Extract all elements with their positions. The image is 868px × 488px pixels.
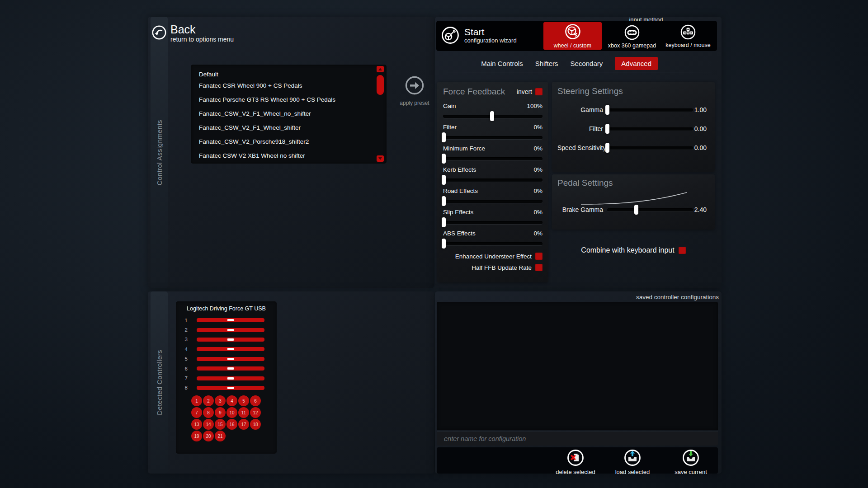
slider-track[interactable]: [607, 108, 693, 112]
controller-card: Logitech Driving Force GT USB 12345678 1…: [176, 301, 277, 454]
slider-thumb[interactable]: [442, 196, 446, 206]
controller-button-19: 19: [191, 431, 202, 441]
delete-selected-button[interactable]: delete selected: [548, 449, 603, 475]
slider-thumb[interactable]: [442, 154, 446, 164]
back-button[interactable]: Back return to options menu: [151, 23, 234, 43]
arrow-keys-icon: [679, 23, 697, 41]
slider-track[interactable]: [443, 178, 542, 182]
checkbox[interactable]: [535, 264, 542, 271]
slider-label: Filter: [557, 125, 607, 132]
slider-thumb[interactable]: [605, 143, 609, 153]
axis-number: 4: [176, 347, 188, 352]
slider-thumb[interactable]: [490, 111, 494, 121]
preset-item[interactable]: Fanatec_CSW_V2_Porsche918_shifter2: [191, 135, 387, 149]
axis-row-8: 8: [176, 383, 277, 393]
combine-keyboard-checkbox[interactable]: [679, 247, 686, 254]
axis-position-marker: [227, 319, 234, 321]
checkbox[interactable]: [535, 253, 542, 260]
invert-label: invert: [517, 88, 532, 95]
triangle-down-icon: [378, 157, 382, 160]
slider-thumb[interactable]: [605, 105, 609, 115]
slider-thumb[interactable]: [442, 132, 446, 142]
input-method-keyboard-label: keyboard / mouse: [663, 42, 713, 48]
slider-track[interactable]: [607, 127, 693, 131]
slider-gain: Gain100%: [443, 103, 542, 118]
tab-main-controls[interactable]: Main Controls: [481, 60, 523, 67]
axis-bar: [197, 366, 264, 371]
axis-number: 1: [176, 318, 188, 323]
axis-number: 8: [176, 385, 188, 390]
axis-number: 6: [176, 366, 188, 371]
tab-advanced[interactable]: Advanced: [615, 57, 658, 70]
save-current-label: save current: [664, 469, 718, 475]
preset-item[interactable]: Default: [191, 65, 387, 79]
controller-button-2: 2: [203, 395, 214, 406]
slider-value: 2.40: [693, 206, 707, 213]
input-method-wheel-custom[interactable]: wheel / custom: [543, 22, 602, 50]
slider-filter: Filter0%: [443, 124, 542, 139]
controls-screen: Control Assignments Back return to optio…: [0, 0, 868, 488]
axis-row-7: 7: [176, 373, 277, 383]
input-method-keyboard-mouse[interactable]: keyboard / mouse: [663, 22, 713, 50]
slider-thumb[interactable]: [442, 175, 446, 185]
force-feedback-panel: Force Feedback invert Gain100%Filter0%Mi…: [437, 82, 548, 282]
input-method-xbox-gamepad[interactable]: xbox 360 gamepad: [607, 22, 657, 50]
saved-configs-list[interactable]: [437, 302, 718, 430]
start-wizard-button[interactable]: Start configuration wizard: [441, 26, 517, 45]
scrollbar-thumb[interactable]: [377, 75, 384, 95]
load-selected-button[interactable]: load selected: [605, 449, 660, 475]
preset-item[interactable]: Fanatec CSR Wheel 900 + CS Pedals: [191, 79, 387, 93]
axis-row-5: 5: [176, 354, 277, 364]
config-name-input[interactable]: enter name for configuration: [437, 432, 718, 446]
preset-item[interactable]: Fanatec Porsche GT3 RS Wheel 900 + CS Pe…: [191, 93, 387, 107]
slider-track[interactable]: [443, 136, 542, 139]
save-tray-icon: [682, 449, 700, 467]
slider-thumb[interactable]: [442, 239, 446, 249]
checkbox-label: Enhanced Understeer Effect: [455, 253, 532, 260]
scroll-up-button[interactable]: [377, 66, 384, 72]
slider-brake-gamma: Brake Gamma2.40: [557, 206, 707, 213]
input-method-wheel-label: wheel / custom: [543, 42, 602, 49]
preset-item[interactable]: Fanatec CSW V2 XB1 Wheel no shifter: [191, 149, 387, 163]
slider-thumb[interactable]: [605, 124, 609, 134]
slider-thumb[interactable]: [634, 205, 638, 215]
axis-row-6: 6: [176, 364, 277, 373]
tab-control-assignments[interactable]: Control Assignments: [151, 17, 168, 288]
slider-thumb[interactable]: [442, 217, 446, 227]
tab-control-assignments-label: Control Assignments: [156, 120, 163, 185]
checkbox-label: Half FFB Update Rate: [472, 264, 532, 271]
slider-track[interactable]: [443, 157, 542, 160]
slider-track[interactable]: [443, 200, 542, 203]
slider-value: 0%: [533, 145, 542, 154]
settings-tabs: Main ControlsShiftersSecondaryAdvanced: [435, 55, 722, 72]
save-current-button[interactable]: save current: [664, 449, 718, 475]
pedal-settings-panel: Pedal Settings Brake Gamma2.40: [552, 174, 715, 230]
scroll-down-button[interactable]: [377, 155, 384, 162]
preset-item[interactable]: Fanatec_CSW_V2_F1_Wheel_no_shifter: [191, 107, 387, 121]
invert-checkbox[interactable]: [535, 88, 542, 95]
slider-track[interactable]: [607, 146, 693, 150]
delete-document-icon: [566, 449, 585, 467]
tab-secondary[interactable]: Secondary: [571, 60, 603, 67]
axis-number: 7: [176, 375, 188, 381]
slider-track[interactable]: [443, 115, 542, 118]
slider-filter: Filter0.00: [557, 125, 707, 132]
tab-shifters[interactable]: Shifters: [535, 60, 558, 67]
controller-button-15: 15: [215, 419, 226, 430]
slider-track[interactable]: [443, 242, 542, 245]
apply-preset-button[interactable]: apply preset: [394, 75, 435, 106]
tab-detected-controllers[interactable]: Detected Controllers: [151, 291, 168, 474]
preset-item[interactable]: Fanatec_CSW_V2_F1_Wheel_shifter: [191, 121, 387, 135]
config-name-placeholder: enter name for configuration: [444, 435, 526, 442]
checkbox-row-enhanced-understeer-effect: Enhanced Understeer Effect: [443, 252, 542, 261]
controller-button-7: 7: [191, 407, 202, 418]
axis-row-2: 2: [176, 325, 277, 334]
load-tray-icon: [623, 449, 642, 467]
slider-track[interactable]: [443, 221, 542, 224]
controller-buttons: 123456789101112131415161718192021: [191, 395, 263, 442]
controller-button-18: 18: [250, 419, 261, 430]
slider-label: Slip Effects: [443, 209, 473, 217]
slider-track[interactable]: [607, 208, 693, 211]
slider-label: Kerb Effects: [443, 166, 476, 175]
tab-detected-controllers-label: Detected Controllers: [156, 350, 163, 415]
